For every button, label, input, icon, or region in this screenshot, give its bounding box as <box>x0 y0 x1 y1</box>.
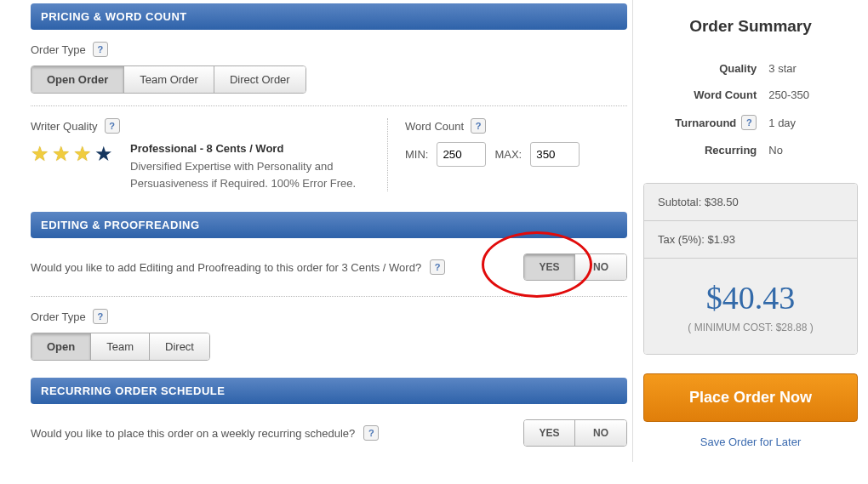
summary-quality-value: 3 star <box>762 56 856 81</box>
word-count-label: Word Count <box>405 120 464 133</box>
quality-desc: Diversified Expertise with Personality a… <box>130 158 370 191</box>
section-pricing-header: PRICING & WORD COUNT <box>31 3 627 30</box>
editing-yesno: YES NO <box>523 253 627 281</box>
editing-type-direct[interactable]: Direct <box>150 333 209 360</box>
order-type-open[interactable]: Open Order <box>31 66 124 93</box>
quality-stars[interactable]: ★ ★ ★ ★ <box>31 142 113 166</box>
min-input[interactable] <box>437 142 486 167</box>
save-order-link[interactable]: Save Order for Later <box>643 436 858 448</box>
order-type-label: Order Type <box>31 43 86 56</box>
summary-rec-value: No <box>762 138 856 162</box>
order-type-direct[interactable]: Direct Order <box>214 66 306 93</box>
help-icon[interactable]: ? <box>430 259 445 275</box>
writer-quality-label: Writer Quality <box>31 120 98 133</box>
recurring-no-button[interactable]: NO <box>575 420 626 446</box>
summary-turn-label: Turnaround <box>675 117 736 129</box>
star-icon: ★ <box>31 142 49 166</box>
help-icon[interactable]: ? <box>105 118 120 134</box>
summary-turn-value: 1 day <box>762 109 856 136</box>
summary-rec-label: Recurring <box>645 138 760 162</box>
recurring-yesno: YES NO <box>523 419 627 447</box>
summary-table: Quality 3 star Word Count 250-350 Turnar… <box>643 54 858 164</box>
editing-yes-button[interactable]: YES <box>524 254 575 280</box>
total-amount: $40.43 <box>658 279 843 316</box>
summary-quality-label: Quality <box>645 56 760 81</box>
star-icon: ★ <box>94 142 113 166</box>
order-type-team[interactable]: Team Order <box>124 66 214 93</box>
help-icon[interactable]: ? <box>741 115 757 130</box>
max-input[interactable] <box>530 142 580 167</box>
minimum-cost: ( MINIMUM COST: $28.88 ) <box>658 322 843 333</box>
place-order-button[interactable]: Place Order Now <box>643 373 858 422</box>
editing-prompt: Would you like to add Editing and Proofr… <box>31 261 421 274</box>
section-recurring-header: RECURRING ORDER SCHEDULE <box>31 378 627 404</box>
help-icon[interactable]: ? <box>93 309 108 324</box>
recurring-yes-button[interactable]: YES <box>524 420 575 446</box>
summary-wc-value: 250-350 <box>762 83 856 107</box>
max-label: MAX: <box>494 148 522 161</box>
section-editing-header: EDITING & PROOFREADING <box>31 212 627 238</box>
order-summary-title: Order Summary <box>643 17 858 36</box>
editing-type-open[interactable]: Open <box>31 333 91 360</box>
quality-title: Professional - 8 Cents / Word <box>130 142 370 155</box>
help-icon[interactable]: ? <box>471 118 486 134</box>
editing-no-button[interactable]: NO <box>575 254 626 280</box>
order-type-segmented: Open Order Team Order Direct Order <box>31 65 306 94</box>
summary-wc-label: Word Count <box>645 83 760 107</box>
subtotal-row: Subtotal: $38.50 <box>644 184 857 221</box>
star-icon: ★ <box>52 142 71 166</box>
editing-order-type-label: Order Type <box>31 310 86 323</box>
min-label: MIN: <box>405 148 428 161</box>
help-icon[interactable]: ? <box>363 425 379 441</box>
editing-type-team[interactable]: Team <box>91 333 150 360</box>
recurring-prompt: Would you like to place this order on a … <box>31 427 355 440</box>
tax-row: Tax (5%): $1.93 <box>644 221 857 259</box>
star-icon: ★ <box>73 142 92 166</box>
editing-order-type-segmented: Open Team Direct <box>31 333 210 361</box>
help-icon[interactable]: ? <box>93 42 108 57</box>
totals-box: Subtotal: $38.50 Tax (5%): $1.93 $40.43 … <box>643 183 858 355</box>
